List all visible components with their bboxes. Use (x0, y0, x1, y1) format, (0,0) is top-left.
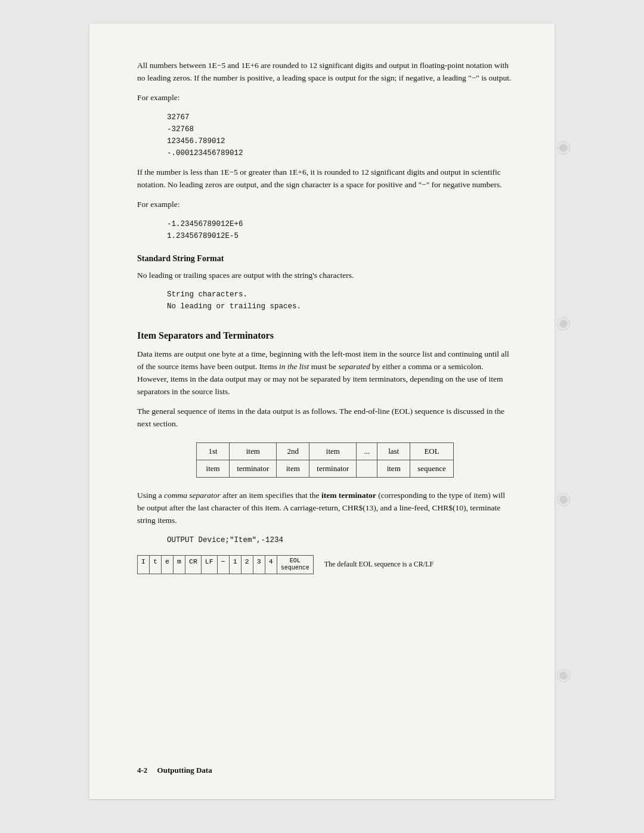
para2: If the number is less than 1E−5 or great… (137, 166, 513, 191)
byte-description: The default EOL sequence is a CR/LF (324, 560, 434, 569)
code-example-2: -1.23456789012E+6 1.23456789012E-5 (167, 218, 513, 242)
byte-t: t (150, 556, 162, 574)
para4-middle1: must be (309, 362, 338, 371)
para4: Data items are output one byte at a time… (137, 348, 513, 398)
cell-item-2: item (277, 460, 309, 477)
cell-last: last (377, 442, 410, 460)
document-page: All numbers between 1E−5 and 1E+6 are ro… (89, 24, 555, 799)
cell-empty (357, 460, 377, 477)
byte-eol: EOL sequence (277, 556, 313, 574)
byte-2: 2 (242, 556, 253, 574)
para6-middle1: after an item specifies that the (221, 491, 321, 500)
footer-title: Outputting Data (157, 766, 212, 775)
cell-item-term-label-2: item (309, 442, 357, 460)
code-line-4: -.000123456789012 (167, 147, 513, 159)
para1: All numbers between 1E−5 and 1E+6 are ro… (137, 60, 513, 85)
byte-3: 3 (253, 556, 265, 574)
cell-item-term-label: item (230, 442, 277, 460)
para5: The general sequence of items in the dat… (137, 405, 513, 431)
hole-3 (557, 493, 570, 506)
byte-CR: CR (185, 556, 202, 574)
footer-section-num: 4-2 (137, 766, 147, 775)
output-code: OUTPUT Device;"Item",-1234 (167, 536, 283, 544)
code-line-2: -32768 (167, 123, 513, 135)
for-example-label-2: For example: (137, 199, 513, 211)
byte-sequence-wrapper: I t e m CR LF − 1 2 3 4 EOL sequence The… (137, 555, 513, 574)
cell-dots: ... (357, 442, 377, 460)
table-row-1: 1st item 2nd item ... last EOL (197, 442, 454, 460)
code-line-6: 1.23456789012E-5 (167, 230, 513, 242)
code-line-1: 32767 (167, 112, 513, 123)
byte-e: e (162, 556, 174, 574)
para6-italic: comma separator (164, 491, 221, 500)
string-example: String characters. No leading or trailin… (167, 289, 513, 312)
code-line-3: 123456.789012 (167, 135, 513, 147)
cell-sequence: sequence (410, 460, 454, 477)
byte-LF: LF (202, 556, 218, 574)
para4-italic2: separated (338, 362, 370, 371)
para4-italic1: in the list (279, 362, 309, 371)
hole-punches (555, 24, 572, 799)
code-example-3: OUTPUT Device;"Item",-1234 (167, 534, 513, 546)
cell-1st: 1st (197, 442, 230, 460)
para3: No leading or trailing spaces are output… (137, 270, 513, 282)
byte-m: m (174, 556, 185, 574)
table-row-2: item terminator item terminator item seq… (197, 460, 454, 477)
para6: Using a comma separator after an item sp… (137, 490, 513, 527)
cell-item: item (197, 460, 230, 477)
code-line-5: -1.23456789012E+6 (167, 218, 513, 230)
para6-bold: item terminator (321, 491, 376, 500)
byte-minus: − (218, 556, 230, 574)
string-line-1: String characters. (167, 289, 513, 301)
byte-I: I (138, 556, 150, 574)
sequence-table-wrapper: 1st item 2nd item ... last EOL item term… (137, 442, 513, 478)
hole-1 (557, 141, 570, 154)
string-line-2: No leading or trailing spaces. (167, 301, 513, 312)
byte-cells: I t e m CR LF − 1 2 3 4 EOL sequence (137, 555, 314, 574)
page-container: All numbers between 1E−5 and 1E+6 are ro… (0, 0, 644, 833)
cell-terminator: terminator (230, 460, 277, 477)
cell-item-3: item (377, 460, 410, 477)
sequence-table: 1st item 2nd item ... last EOL item term… (196, 442, 454, 478)
cell-terminator-2: terminator (309, 460, 357, 477)
cell-2nd: 2nd (277, 442, 309, 460)
cell-eol: EOL (410, 442, 454, 460)
page-footer: 4-2 Outputting Data (137, 766, 513, 775)
standard-string-heading: Standard String Format (137, 254, 513, 264)
code-example-1: 32767 -32768 123456.789012 -.00012345678… (167, 112, 513, 159)
eol-line1: EOL (290, 558, 301, 565)
for-example-label-1: For example: (137, 92, 513, 104)
hole-4 (557, 669, 570, 682)
footer-section: 4-2 Outputting Data (137, 766, 212, 775)
byte-1: 1 (230, 556, 242, 574)
item-sep-heading: Item Separators and Terminators (137, 330, 513, 341)
eol-line2: sequence (281, 565, 309, 572)
para6-before: Using a (137, 491, 164, 500)
hole-2 (557, 317, 570, 330)
byte-4: 4 (265, 556, 277, 574)
